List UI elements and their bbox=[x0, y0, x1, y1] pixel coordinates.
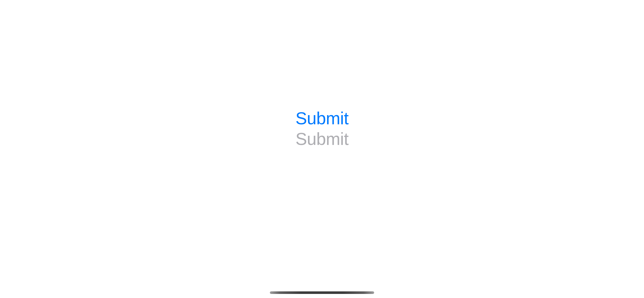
main-content: Submit Submit bbox=[0, 0, 644, 298]
home-indicator[interactable] bbox=[270, 291, 374, 294]
submit-button-disabled: Submit bbox=[296, 129, 349, 148]
button-stack: Submit Submit bbox=[296, 109, 349, 148]
submit-button-enabled[interactable]: Submit bbox=[296, 109, 349, 128]
